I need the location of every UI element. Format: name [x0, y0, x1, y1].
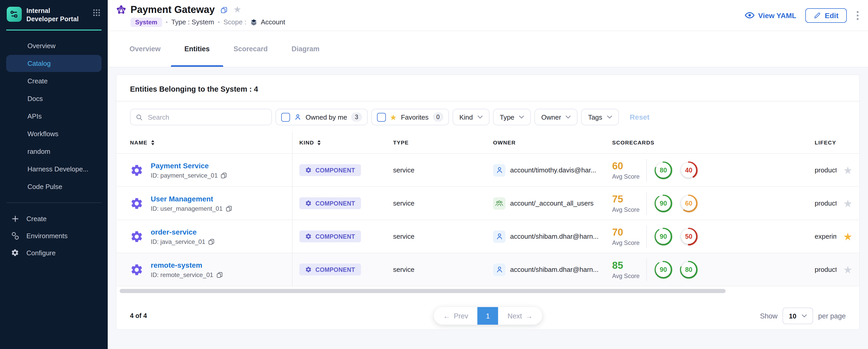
sidebar-item-code-pulse[interactable]: Code Pulse: [6, 178, 101, 195]
sidebar-item-random[interactable]: random: [6, 142, 101, 160]
name-cell: User Management ID: user_management_01: [117, 187, 292, 220]
table-row-remote-system[interactable]: remote-system ID: remote_service_01 COMP…: [117, 253, 859, 286]
component-gear-icon: [130, 196, 144, 210]
copy-icon[interactable]: [221, 172, 227, 179]
score-gauge: 80: [654, 160, 673, 180]
filter-dropdown-tags[interactable]: Tags: [581, 109, 619, 125]
name-cell: Payment Service ID: payment_service_01: [117, 154, 292, 186]
filter-dropdown-owner[interactable]: Owner: [534, 109, 578, 125]
component-gear-icon: [305, 200, 312, 207]
favorites-count: 0: [433, 113, 443, 122]
avg-score-label: Avg Score: [612, 273, 640, 279]
sidebar-item-apis[interactable]: APIs: [6, 107, 101, 125]
entity-name-link[interactable]: remote-system: [151, 261, 222, 269]
prev-page-button[interactable]: ← Prev: [434, 307, 477, 325]
edit-button[interactable]: Edit: [805, 8, 847, 23]
page-size-select[interactable]: 10: [782, 308, 813, 324]
reset-filters-button[interactable]: Reset: [630, 113, 649, 121]
avg-score-value: 70: [612, 227, 640, 237]
arrow-left-icon: ←: [443, 312, 450, 320]
favorite-star[interactable]: ★: [836, 253, 859, 286]
table-row-order-service[interactable]: order-service ID: java_service_01 COMPON…: [117, 220, 859, 253]
favorite-star[interactable]: ★: [836, 187, 859, 220]
favorite-star[interactable]: ★: [836, 154, 859, 186]
score-gauge: 90: [654, 193, 673, 213]
favorite-star[interactable]: ★: [836, 220, 859, 253]
sort-icon[interactable]: [150, 139, 155, 145]
search-icon: [136, 113, 143, 121]
copy-icon[interactable]: [209, 239, 215, 245]
favorites-filter[interactable]: ★ Favorites 0: [371, 109, 449, 125]
owned-by-me-filter[interactable]: Owned by me 3: [276, 109, 367, 125]
content-area: Entities Belonging to the System : 4: [108, 67, 868, 349]
entity-name-link[interactable]: order-service: [151, 228, 215, 236]
sidebar-item-docs[interactable]: Docs: [6, 90, 101, 107]
pagination: ← Prev 1 Next →: [434, 307, 542, 325]
copy-icon[interactable]: [216, 272, 222, 278]
system-icon: [116, 4, 126, 15]
entity-name-link[interactable]: User Management: [151, 194, 232, 203]
sidebar-item-workflows[interactable]: Workflows: [6, 125, 101, 142]
harness-logo[interactable]: [7, 7, 22, 22]
tab-overview[interactable]: Overview: [129, 31, 160, 67]
page-title: Payment Gateway: [130, 4, 215, 15]
next-page-button[interactable]: Next →: [498, 307, 542, 325]
table-row-user-management[interactable]: User Management ID: user_management_01 C…: [117, 187, 859, 220]
kind-badge: COMPONENT: [299, 197, 361, 209]
owned-by-me-checkbox[interactable]: [281, 113, 290, 121]
component-gear-icon: [305, 167, 312, 173]
tab-entities[interactable]: Entities: [184, 31, 210, 67]
copy-icon[interactable]: [226, 205, 232, 212]
type-value: service: [393, 199, 493, 207]
tab-scorecard[interactable]: Scorecard: [234, 31, 268, 67]
sidebar-footer-item-configure[interactable]: Configure: [0, 244, 108, 261]
page-number-button[interactable]: 1: [477, 307, 498, 325]
entity-name-link[interactable]: Payment Service: [151, 161, 227, 169]
column-header-kind[interactable]: KIND: [292, 139, 393, 146]
sidebar-item-overview[interactable]: Overview: [6, 37, 101, 54]
favorites-checkbox[interactable]: [377, 113, 385, 121]
filter-dropdown-type[interactable]: Type: [493, 109, 531, 125]
table-row-payment-service[interactable]: Payment Service ID: payment_service_01 C…: [117, 154, 859, 187]
horizontal-scrollbar[interactable]: [120, 289, 725, 293]
component-gear-icon: [130, 263, 144, 276]
kind-cell: COMPONENT: [292, 263, 393, 276]
sticky-column-mask: [836, 131, 859, 153]
user-icon: [493, 164, 505, 176]
score-gauge: 80: [679, 260, 699, 279]
avg-score-value: 85: [612, 260, 640, 270]
tab-diagram[interactable]: Diagram: [291, 31, 319, 67]
type-value: service: [393, 266, 493, 274]
search-box[interactable]: [130, 109, 272, 125]
avg-score-label: Avg Score: [612, 240, 640, 246]
type-meta: Type : System: [172, 18, 214, 26]
sidebar-item-create[interactable]: Create: [6, 72, 101, 89]
view-yaml-button[interactable]: View YAML: [745, 11, 796, 20]
kind-badge: COMPONENT: [299, 164, 361, 176]
owner-cell: account/shibam.dhar@harn...: [493, 263, 612, 276]
divider: [646, 225, 647, 248]
sidebar-footer-item-environments[interactable]: Environments: [0, 227, 108, 244]
page-header-actions: View YAML Edit: [745, 8, 860, 23]
entities-card: Entities Belonging to the System : 4: [116, 74, 860, 330]
sidebar-footer-item-create[interactable]: Create: [0, 210, 108, 227]
sidebar-item-catalog[interactable]: Catalog: [6, 55, 101, 72]
table-footer: 4 of 4 ← Prev 1 Next → Show: [117, 307, 859, 325]
sort-icon[interactable]: [317, 139, 321, 145]
sidebar-item-harness-develope[interactable]: Harness Develope...: [6, 160, 101, 177]
column-header-scorecards: SCORECARDS: [612, 139, 815, 146]
search-input[interactable]: [147, 113, 266, 121]
score-gauge: 60: [679, 193, 699, 213]
star-icon: ★: [390, 113, 397, 121]
user-icon: [493, 263, 505, 276]
favorite-star-icon[interactable]: ★: [233, 4, 241, 15]
avg-score-value: 60: [612, 161, 640, 170]
entity-id: ID: user_management_01: [151, 205, 223, 212]
filter-dropdown-kind[interactable]: Kind: [453, 109, 489, 125]
apps-grid-icon[interactable]: [93, 9, 100, 19]
table-header-row: NAMEKINDTYPEOWNERSCORECARDSLIFECYCLE: [117, 131, 859, 154]
more-options-kebab-icon[interactable]: [856, 9, 860, 21]
sidebar-footer: CreateEnvironmentsConfigure: [0, 210, 108, 261]
column-header-name[interactable]: NAME: [117, 131, 292, 153]
copy-icon[interactable]: [220, 6, 227, 13]
